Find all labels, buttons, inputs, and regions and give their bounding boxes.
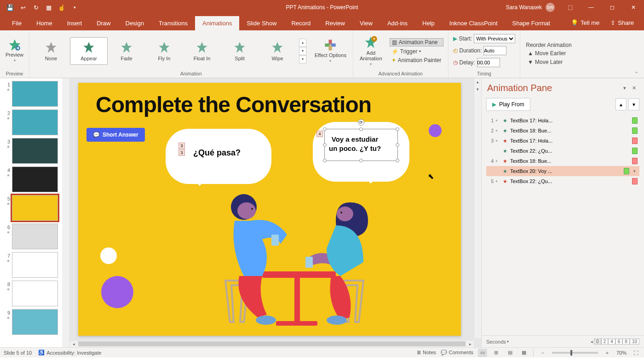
animation-painter-button[interactable]: ✦ Animation Painter (390, 57, 443, 64)
animation-item[interactable]: ★TextBox 20: Voy ...▾ (486, 166, 639, 176)
slide-thumb-7[interactable] (12, 252, 58, 278)
slide-thumb-2[interactable] (12, 109, 58, 135)
animation-item[interactable]: 2⌖★TextBox 18: Bue... (486, 126, 639, 136)
comments-button[interactable]: 💬Comments (441, 350, 473, 356)
timing-bar[interactable] (632, 158, 638, 164)
tab-inknoe-classpoint[interactable]: Inknoe ClassPoint (442, 16, 505, 30)
tab-help[interactable]: Help (415, 16, 442, 30)
rotate-handle-icon[interactable]: ⟳ (358, 119, 364, 126)
decor-circle[interactable] (429, 124, 442, 137)
timeline-left-icon[interactable]: ◂ (590, 339, 594, 344)
zoom-slider[interactable] (552, 352, 598, 354)
slideshow-view-icon[interactable]: ▦ (519, 349, 529, 357)
slide-canvas[interactable]: Complete the Conversation 💬 Short Answer… (78, 83, 461, 336)
timing-bar[interactable] (632, 138, 638, 144)
slide-counter[interactable]: Slide 5 of 10 (4, 350, 32, 356)
timing-bar[interactable] (624, 168, 629, 174)
add-animation-button[interactable]: + Add Animation ▾ (356, 34, 386, 68)
slide-thumb-8[interactable] (12, 281, 58, 306)
resize-handle[interactable] (396, 159, 399, 162)
accessibility-status[interactable]: ♿ Accessibility: Investigate (38, 350, 101, 356)
collapse-ribbon-icon[interactable]: ⌃ (634, 71, 638, 77)
resize-handle[interactable] (359, 159, 363, 162)
duration-input[interactable] (483, 46, 506, 55)
tab-draw[interactable]: Draw (89, 16, 118, 30)
user-account[interactable]: Sara Wanasek SW (501, 3, 559, 12)
move-down-button[interactable]: ▼ (628, 98, 639, 110)
slide-thumb-9[interactable] (12, 309, 58, 335)
animation-item[interactable]: 1⌖★TextBox 17: Hola... (486, 115, 639, 126)
pane-close-icon[interactable]: ✕ (629, 84, 638, 93)
tab-transitions[interactable]: Transitions (151, 16, 195, 30)
fit-window-icon[interactable]: ⛶ (631, 349, 640, 357)
resize-handle[interactable] (323, 159, 327, 162)
resize-handle[interactable] (323, 127, 327, 131)
play-from-button[interactable]: ▶ Play From (486, 98, 530, 111)
scroll-left-icon[interactable]: ◂ (70, 340, 77, 347)
animation-item[interactable]: 4⌖★TextBox 18: Bue... (486, 156, 639, 166)
seconds-label[interactable]: Seconds (486, 339, 506, 345)
gallery-more-icon[interactable]: ▾ (299, 55, 306, 63)
scroll-down-icon[interactable]: ▾ (474, 86, 481, 93)
tab-view[interactable]: View (352, 16, 380, 30)
selection-box[interactable]: ⟳ (324, 129, 398, 161)
effect-options-button[interactable]: Effect Options ▾ (311, 37, 350, 65)
effect-appear[interactable]: Appear (70, 37, 108, 65)
timeline-tick[interactable]: 4 (608, 339, 615, 345)
slide-title[interactable]: Complete the Conversation (96, 92, 371, 117)
slide-thumb-5[interactable] (12, 195, 58, 221)
tab-design[interactable]: Design (118, 16, 151, 30)
trigger-button[interactable]: ⚡ Trigger ▾ (390, 48, 443, 55)
tab-file[interactable]: File (5, 16, 29, 30)
timing-bar[interactable] (632, 148, 638, 154)
animation-item[interactable]: 5⌖★TextBox 22: ¿Qu... (486, 176, 639, 186)
tab-home[interactable]: Home (29, 16, 60, 30)
tab-slide-show[interactable]: Slide Show (239, 16, 284, 30)
slideshow-icon[interactable]: ▦ (42, 1, 55, 14)
people-illustration[interactable] (198, 189, 391, 331)
tab-animations[interactable]: Animations (195, 16, 239, 30)
redo-icon[interactable]: ↻ (29, 1, 42, 14)
scroll-up-icon[interactable]: ▴ (474, 78, 481, 86)
effect-fly-in[interactable]: Fly In (145, 37, 183, 65)
effect-fade[interactable]: Fade (108, 37, 145, 65)
slide-thumb-4[interactable] (12, 167, 58, 192)
item-menu-icon[interactable]: ▾ (631, 169, 638, 173)
timeline-tick[interactable]: 6 (615, 339, 623, 345)
tell-me[interactable]: 💡 Tell me (565, 19, 605, 26)
notes-button[interactable]: ≣Notes (417, 350, 436, 356)
qat-more-icon[interactable]: ▾ (68, 1, 81, 14)
decor-circle[interactable] (100, 247, 117, 264)
timing-bar[interactable] (632, 127, 638, 134)
tab-insert[interactable]: Insert (60, 16, 90, 30)
timeline-tick[interactable]: 2 (601, 339, 609, 345)
scroll-right-icon[interactable]: ▸ (466, 340, 474, 347)
short-answer-button[interactable]: 💬 Short Answer (86, 128, 145, 142)
normal-view-icon[interactable]: ▭ (478, 349, 487, 357)
effect-float-in[interactable]: Float In (183, 37, 221, 65)
pane-options-icon[interactable]: ▾ (620, 84, 629, 93)
touch-icon[interactable]: ☝ (55, 1, 68, 14)
move-later-button[interactable]: ▼Move Later (526, 58, 571, 66)
animation-pane-toggle[interactable]: ▥ Animation Pane (390, 38, 443, 46)
gallery-up-icon[interactable]: ▴ (299, 39, 306, 47)
thumbs-scrollbar[interactable] (62, 78, 69, 347)
bubble-text-left[interactable]: ¿Qué pasa? (193, 148, 241, 158)
animation-item[interactable]: 3⌖★TextBox 17: Hola... (486, 136, 639, 146)
timing-bar[interactable] (632, 178, 638, 184)
move-earlier-button[interactable]: ▲Move Earlier (526, 50, 571, 57)
resize-handle[interactable] (323, 143, 327, 147)
undo-icon[interactable]: ↩ (17, 1, 29, 14)
tab-record[interactable]: Record (284, 16, 318, 30)
effect-split[interactable]: Split (221, 37, 259, 65)
timeline-tick[interactable]: 10 (630, 339, 639, 345)
timeline-tick[interactable]: 0 (594, 339, 601, 345)
reading-view-icon[interactable]: ▤ (506, 349, 515, 357)
save-icon[interactable]: 💾 (4, 1, 17, 14)
slide-thumb-6[interactable] (12, 224, 58, 249)
sorter-view-icon[interactable]: ⊞ (492, 349, 501, 357)
animation-tag-4[interactable]: 4 (316, 131, 323, 137)
tab-add-ins[interactable]: Add-ins (380, 16, 415, 30)
effect-none[interactable]: None (32, 37, 70, 65)
maximize-icon[interactable]: ◻ (602, 0, 623, 15)
